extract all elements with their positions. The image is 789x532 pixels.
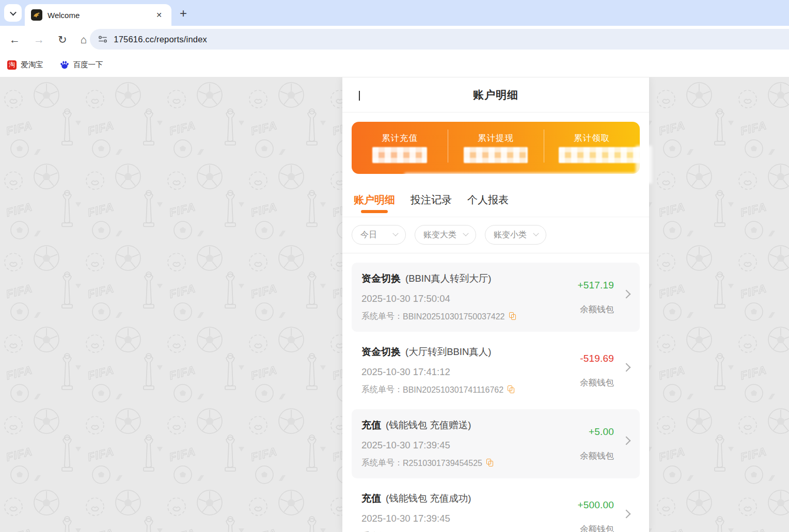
order-number: BBIN202510301741116762 (403, 385, 503, 395)
chevron-down-icon (533, 231, 539, 236)
tab-account-detail[interactable]: 账户明细 (354, 183, 395, 217)
filter-major-category-select[interactable]: 账变大类 (415, 225, 476, 245)
browser-tab-strip: Welcome ✕ + (0, 0, 789, 26)
copy-icon[interactable] (508, 385, 515, 394)
txn-wallet: 余额钱包 (580, 377, 614, 389)
txn-type: 资金切换 (361, 272, 401, 285)
transaction-row[interactable]: 资金切换 (大厅转到BBIN真人) 2025-10-30 17:41:12 系统… (352, 336, 640, 405)
forward-button[interactable]: → (34, 34, 44, 45)
txn-amount: -519.69 (580, 353, 614, 364)
site-settings-icon[interactable] (98, 35, 107, 43)
chevron-down-icon (10, 9, 17, 15)
tab-title: Welcome (48, 11, 153, 20)
taobao-icon: 淘 (7, 60, 17, 70)
tab-search-button[interactable] (4, 4, 22, 22)
masked-value (464, 147, 528, 163)
baidu-paw-icon (60, 60, 69, 70)
back-chevron-button[interactable] (359, 91, 366, 98)
tab-personal-report[interactable]: 个人报表 (467, 183, 509, 217)
tab-bet-records[interactable]: 投注记录 (411, 183, 452, 217)
txn-wallet: 余额钱包 (580, 304, 614, 315)
back-button[interactable]: ← (9, 34, 20, 45)
filters-row: 今日 账变大类 账变小类 (342, 217, 649, 253)
txn-remark: (BBIN真人转到大厅) (405, 272, 492, 285)
transaction-row[interactable]: 资金切换 (BBIN真人转到大厅) 2025-10-30 17:50:04 系统… (352, 263, 640, 332)
reload-button[interactable]: ↻ (58, 34, 67, 45)
filter-minor-category-select[interactable]: 账变小类 (485, 225, 546, 245)
chevron-down-icon (392, 231, 398, 236)
summary-total-deposit: 累计充值 (352, 122, 448, 174)
filter-date-select[interactable]: 今日 (352, 225, 406, 245)
summary-card-wrap: 累计充值 累计提现 累计领取 (352, 122, 640, 174)
txn-wallet: 余额钱包 (580, 524, 614, 532)
page-background: FIFA (0, 77, 789, 532)
summary-card: 累计充值 累计提现 累计领取 (352, 122, 640, 174)
home-button[interactable]: ⌂ (81, 34, 87, 45)
bookmark-taobao[interactable]: 淘 爱淘宝 (7, 60, 43, 70)
blur-overlay (636, 146, 652, 184)
order-number: R2510301739454525 (403, 459, 482, 468)
order-number: BBIN202510301750037422 (403, 312, 505, 321)
bookmarks-bar: 淘 爱淘宝 百度一下 (0, 53, 789, 77)
chevron-down-icon (463, 231, 468, 236)
order-label: 系统单号： (361, 311, 403, 322)
browser-tab[interactable]: Welcome ✕ (25, 4, 171, 26)
copy-icon[interactable] (486, 459, 494, 467)
transaction-list: 资金切换 (BBIN真人转到大厅) 2025-10-30 17:50:04 系统… (342, 253, 649, 532)
txn-remark: (钱能钱包 充值成功) (386, 492, 471, 505)
copy-icon[interactable] (509, 312, 517, 321)
transaction-row[interactable]: 充值 (钱能钱包 充值赠送) 2025-10-30 17:39:45 系统单号：… (352, 409, 640, 478)
site-favicon-icon (31, 9, 42, 21)
account-detail-panel: 账户明细 累计充值 累计提现 累计领取 账户明细 (342, 77, 649, 532)
order-label: 系统单号： (361, 458, 403, 469)
txn-type: 充值 (361, 492, 381, 505)
txn-type: 资金切换 (361, 345, 401, 359)
summary-total-claimed: 累计领取 (544, 122, 640, 174)
panel-header: 账户明细 (342, 77, 649, 112)
txn-amount: +517.19 (577, 280, 614, 291)
address-bar[interactable]: 175616.cc/reports/index (90, 29, 789, 50)
txn-remark: (钱能钱包 充值赠送) (386, 418, 471, 431)
chevron-left-icon (359, 91, 360, 101)
order-label: 系统单号： (361, 384, 403, 395)
txn-remark: (大厅转到BBIN真人) (405, 345, 492, 358)
transaction-row[interactable]: 充值 (钱能钱包 充值成功) 2025-10-30 17:39:45 系统单号：… (352, 482, 640, 532)
blur-overlay (404, 173, 644, 181)
txn-amount: +500.00 (577, 499, 614, 511)
panel-tabs: 账户明细 投注记录 个人报表 (342, 183, 649, 217)
url-text[interactable]: 175616.cc/reports/index (114, 35, 207, 44)
tab-close-icon[interactable]: ✕ (153, 9, 165, 21)
txn-type: 充值 (361, 418, 381, 432)
bookmark-baidu[interactable]: 百度一下 (60, 60, 103, 70)
masked-value (559, 147, 641, 163)
txn-amount: +5.00 (589, 426, 614, 438)
summary-total-withdraw: 累计提现 (448, 122, 544, 174)
txn-wallet: 余额钱包 (580, 450, 614, 462)
browser-toolbar: ← → ↻ ⌂ 175616.cc/reports/index (0, 26, 789, 53)
page-title: 账户明细 (473, 88, 518, 102)
new-tab-button[interactable]: + (180, 7, 187, 20)
masked-value (372, 147, 427, 163)
